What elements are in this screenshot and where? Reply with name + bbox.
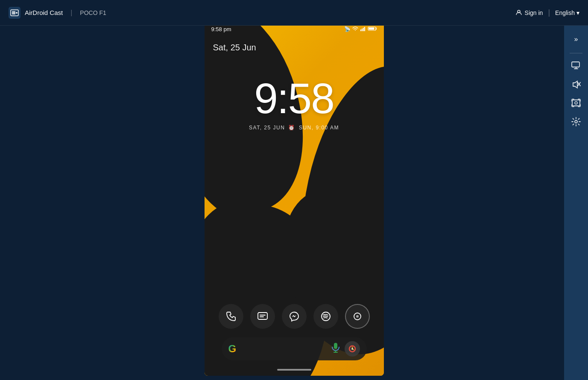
language-label: English <box>555 9 575 16</box>
phone-clock: 9:58 SAT, 25 JUN ⏰ SUN, 9:00 AM <box>205 77 384 131</box>
clock-date-alarm: SAT, 25 JUN ⏰ SUN, 9:00 AM <box>205 125 384 131</box>
dock-app-messages[interactable] <box>250 304 275 329</box>
svg-rect-7 <box>364 27 365 31</box>
clock-alarm-time: SUN, 9:00 AM <box>299 125 339 131</box>
wifi-icon <box>352 26 358 32</box>
svg-point-23 <box>575 102 577 104</box>
phone-screen: 9:58 pm 📡 <box>205 21 384 376</box>
svg-point-2 <box>16 12 18 14</box>
home-indicator <box>277 369 311 371</box>
svg-point-24 <box>575 120 577 123</box>
google-lens-icon <box>345 341 360 357</box>
app-name: AirDroid Cast <box>25 9 63 16</box>
phone-top-date: Sat, 25 Jun <box>213 43 256 53</box>
phone-mockup: 9:58 pm 📡 <box>205 21 384 376</box>
sign-in-label: Sign in <box>525 9 543 16</box>
logo-icon <box>9 7 20 19</box>
google-logo: G <box>228 343 237 355</box>
header-lang-separator: | <box>548 8 550 17</box>
header-divider: | <box>70 9 72 17</box>
sidebar-expand-button[interactable]: » <box>568 31 585 48</box>
clock-date: SAT, 25 JUN <box>249 125 285 131</box>
screenshot-button[interactable] <box>568 94 585 111</box>
svg-point-18 <box>351 348 353 350</box>
svg-rect-4 <box>360 29 361 31</box>
google-search-bar[interactable]: G <box>222 337 367 360</box>
chevron-down-icon: ▾ <box>576 9 579 16</box>
header-left: AirDroid Cast | POCO F1 <box>9 7 106 19</box>
main-content: 9:58 pm 📡 <box>0 26 588 380</box>
svg-rect-5 <box>362 29 363 31</box>
app-dock <box>219 304 370 329</box>
dock-app-lens[interactable] <box>345 304 370 329</box>
dock-app-spotify[interactable] <box>313 304 338 329</box>
status-bar: 9:58 pm 📡 <box>205 21 384 37</box>
dock-app-messenger[interactable] <box>282 304 307 329</box>
svg-rect-22 <box>572 100 580 106</box>
device-name: POCO F1 <box>80 9 106 16</box>
status-icons: 📡 <box>344 26 377 32</box>
signal-icon <box>360 26 366 32</box>
svg-rect-19 <box>572 62 579 67</box>
header-right: Sign in | English ▾ <box>515 8 579 17</box>
sidebar-separator <box>570 53 582 53</box>
audio-off-button[interactable] <box>568 76 585 93</box>
language-button[interactable]: English ▾ <box>555 9 579 16</box>
svg-rect-9 <box>369 27 374 29</box>
clock-time: 9:58 <box>205 77 384 120</box>
cast-icon: 📡 <box>344 26 351 32</box>
status-time: 9:58 pm <box>211 26 231 32</box>
dock-app-phone[interactable] <box>219 304 243 329</box>
svg-point-13 <box>356 315 359 318</box>
battery-icon <box>368 26 377 32</box>
svg-rect-14 <box>334 343 337 349</box>
right-sidebar: » <box>564 26 588 380</box>
svg-rect-6 <box>363 28 364 31</box>
sign-in-button[interactable]: Sign in <box>515 9 543 16</box>
alarm-clock-icon: ⏰ <box>288 125 295 131</box>
svg-rect-10 <box>258 313 267 319</box>
svg-rect-1 <box>12 11 15 15</box>
mic-icon <box>331 342 340 355</box>
expand-icon: » <box>574 35 578 43</box>
more-settings-button[interactable] <box>568 113 585 130</box>
screen-cast-button[interactable] <box>568 57 585 74</box>
